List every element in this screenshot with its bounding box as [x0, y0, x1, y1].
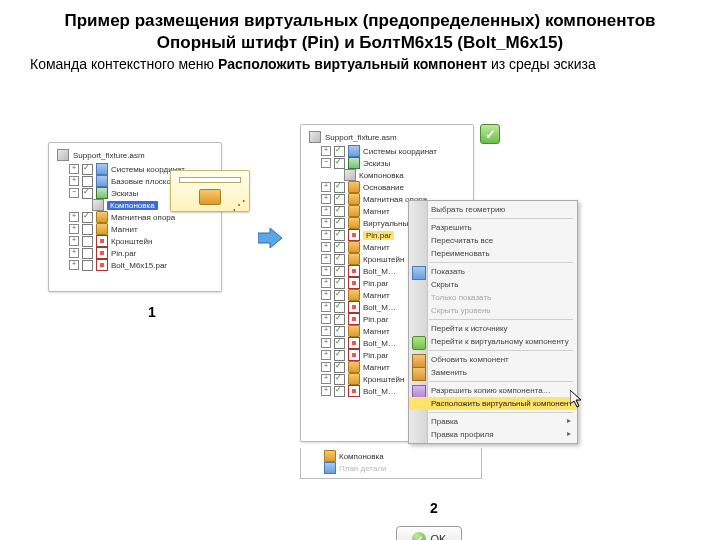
tree-row[interactable]: +Кронштейн — [53, 235, 217, 247]
tree-row[interactable]: +Pin.par — [53, 247, 217, 259]
context-menu-item[interactable]: Перейти к источнику — [409, 322, 577, 335]
checkbox[interactable] — [334, 266, 345, 277]
context-menu-item[interactable]: Выбрать геометрию — [409, 203, 577, 216]
expand-icon[interactable]: + — [321, 182, 331, 192]
checkbox[interactable] — [82, 224, 93, 235]
expand-icon[interactable]: + — [321, 290, 331, 300]
checkbox[interactable] — [334, 314, 345, 325]
tree-row[interactable]: +Bolt_M6x15.par — [53, 259, 217, 271]
context-menu-item[interactable]: Скрыть — [409, 278, 577, 291]
cmp-icon — [348, 181, 360, 193]
context-menu-item[interactable]: Пересчитать все — [409, 234, 577, 247]
context-menu-item[interactable]: Показать — [409, 265, 577, 278]
checkbox[interactable] — [334, 326, 345, 337]
checkbox[interactable] — [82, 188, 93, 199]
cmp-icon — [348, 193, 360, 205]
checkbox[interactable] — [334, 182, 345, 193]
context-menu[interactable]: Выбрать геометриюРазрешитьПересчитать вс… — [408, 200, 578, 444]
checkbox[interactable] — [334, 350, 345, 361]
red-icon — [348, 301, 360, 313]
collapse-icon[interactable]: − — [321, 158, 331, 168]
expand-icon[interactable]: + — [321, 326, 331, 336]
context-menu-item[interactable]: Разрешить копию компонента… — [409, 384, 577, 397]
tree-item-label: Pin.par — [363, 231, 394, 240]
tree-row[interactable]: Компоновка — [305, 169, 469, 181]
expand-icon[interactable]: + — [321, 254, 331, 264]
checkbox[interactable] — [334, 302, 345, 313]
context-menu-item[interactable]: Переименовать — [409, 247, 577, 260]
tree-row[interactable]: +Магнитная опора — [53, 211, 217, 223]
re-icon — [412, 367, 426, 381]
checkbox[interactable] — [334, 158, 345, 169]
expand-icon[interactable]: + — [321, 362, 331, 372]
collapse-icon[interactable]: − — [69, 188, 79, 198]
expand-icon[interactable]: + — [321, 230, 331, 240]
context-menu-item[interactable]: Правка — [409, 415, 577, 428]
blue-icon — [348, 145, 360, 157]
expand-icon[interactable]: + — [321, 314, 331, 324]
expand-icon[interactable]: + — [321, 302, 331, 312]
caption-1: 1 — [148, 304, 156, 320]
expand-icon[interactable]: + — [321, 278, 331, 288]
expand-icon[interactable]: + — [321, 206, 331, 216]
context-menu-item[interactable]: Разрешить — [409, 221, 577, 234]
context-menu-item-label: Скрыть — [431, 280, 458, 289]
tree-item-label: Bolt_M… — [363, 339, 396, 348]
checkbox[interactable] — [334, 146, 345, 157]
red-icon — [348, 349, 360, 361]
expand-icon[interactable]: + — [69, 164, 79, 174]
tree-row[interactable]: +Магнит — [53, 223, 217, 235]
expand-icon[interactable]: + — [69, 248, 79, 258]
tree-row[interactable]: Компоновка — [305, 450, 477, 462]
expand-icon[interactable]: + — [321, 374, 331, 384]
checkbox[interactable] — [334, 206, 345, 217]
tree-row[interactable]: −Эскизы — [305, 157, 469, 169]
checkbox[interactable] — [334, 254, 345, 265]
checkbox[interactable] — [334, 290, 345, 301]
checkbox[interactable] — [334, 218, 345, 229]
tree-item-label: Эскизы — [111, 189, 138, 198]
expand-icon[interactable]: + — [321, 338, 331, 348]
tree-row[interactable]: +Основание — [305, 181, 469, 193]
checkbox[interactable] — [82, 236, 93, 247]
checkbox[interactable] — [334, 362, 345, 373]
tree-row[interactable]: +Системы координат — [305, 145, 469, 157]
expand-icon[interactable]: + — [69, 236, 79, 246]
expand-icon[interactable]: + — [69, 224, 79, 234]
context-menu-item[interactable]: Расположить виртуальный компонент — [409, 397, 577, 410]
tree-row[interactable]: План детали — [305, 462, 477, 474]
context-menu-separator — [429, 350, 573, 351]
expand-icon[interactable]: + — [321, 146, 331, 156]
checkbox[interactable] — [334, 386, 345, 397]
checkbox[interactable] — [334, 338, 345, 349]
red-icon — [348, 265, 360, 277]
expand-icon[interactable]: + — [69, 176, 79, 186]
expand-icon[interactable]: + — [321, 266, 331, 276]
expand-icon[interactable]: + — [69, 212, 79, 222]
checkbox[interactable] — [334, 278, 345, 289]
expand-icon[interactable]: + — [321, 350, 331, 360]
context-menu-item[interactable]: Правка профиля — [409, 428, 577, 441]
checkbox[interactable] — [334, 374, 345, 385]
checkbox[interactable] — [82, 260, 93, 271]
context-menu-item[interactable]: Заменить — [409, 366, 577, 379]
checkbox[interactable] — [334, 230, 345, 241]
checkbox[interactable] — [334, 242, 345, 253]
context-menu-item[interactable]: Перейти к виртуальному компоненту — [409, 335, 577, 348]
checkbox[interactable] — [82, 212, 93, 223]
arrow-right-icon — [258, 228, 282, 248]
red-icon — [348, 337, 360, 349]
expand-icon[interactable]: + — [321, 386, 331, 396]
checkbox[interactable] — [334, 194, 345, 205]
context-menu-item[interactable]: Обновить компонент — [409, 353, 577, 366]
checkbox[interactable] — [82, 164, 93, 175]
ok-button[interactable]: ✓ OK — [396, 526, 462, 540]
assembly-name: Support_fixture.asm — [325, 133, 397, 142]
checkbox[interactable] — [82, 176, 93, 187]
expand-icon[interactable]: + — [69, 260, 79, 270]
expand-icon[interactable]: + — [321, 242, 331, 252]
svg-marker-0 — [258, 228, 282, 248]
checkbox[interactable] — [82, 248, 93, 259]
expand-icon[interactable]: + — [321, 218, 331, 228]
expand-icon[interactable]: + — [321, 194, 331, 204]
